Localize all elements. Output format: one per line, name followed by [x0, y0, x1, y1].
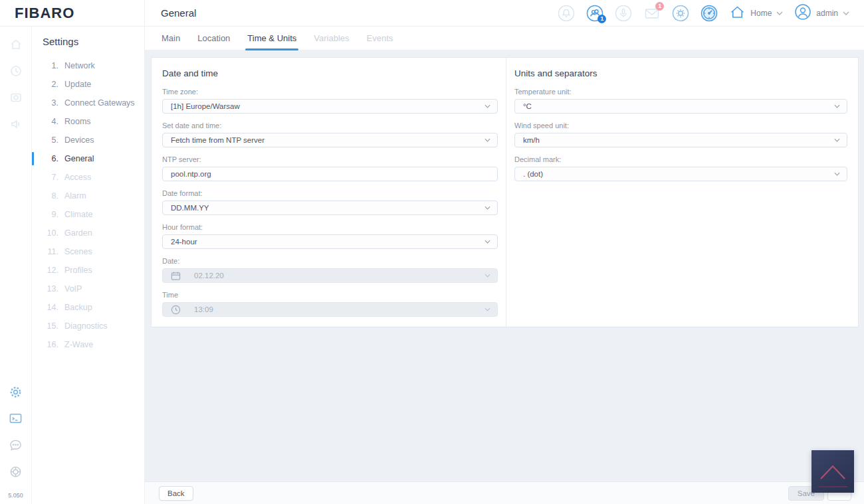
avatar-icon [794, 3, 811, 23]
sidebar-item-general[interactable]: 6.General [32, 149, 144, 168]
corner-widget[interactable] [811, 450, 854, 493]
sidebar-item-devices[interactable]: 5.Devices [32, 131, 144, 149]
volume-rail-icon[interactable] [9, 117, 23, 131]
field-temperature-unit: Temperature unit: °C [514, 88, 847, 114]
field-date-format: Date format: DD.MM.YY [162, 189, 498, 215]
user-menu[interactable]: admin [794, 3, 849, 23]
clock-rail-icon[interactable] [9, 64, 23, 78]
sidebar-item-voip[interactable]: 13.VoIP [32, 280, 144, 298]
home-icon [729, 4, 746, 23]
display-settings-icon[interactable] [672, 5, 689, 22]
home-label: Home [750, 9, 772, 18]
tab-bar: Main Location Time & Units Variables Eve… [145, 27, 864, 50]
chevron-down-icon [776, 11, 783, 15]
clock-icon [171, 305, 181, 315]
main-column: General 1 1 [144, 0, 864, 504]
field-wind-speed-unit: Wind speed unit: km/h [514, 122, 847, 147]
page-title: General [161, 7, 196, 19]
topbar: General 1 1 [145, 0, 864, 27]
sidebar-item-update[interactable]: 2.Update [32, 75, 144, 94]
field-ntp-server: NTP server: pool.ntp.org [162, 155, 498, 181]
sidebar-item-garden[interactable]: 10.Garden [32, 224, 144, 242]
roof-chevron-icon [811, 450, 854, 493]
chevron-down-icon [834, 104, 840, 108]
decimal-mark-select[interactable]: . (dot) [514, 167, 847, 181]
sidebar-item-backup[interactable]: 14.Backup [32, 298, 144, 317]
tab-variables[interactable]: Variables [314, 33, 349, 50]
logo-row: FIBARO [0, 0, 144, 27]
user-label: admin [816, 9, 838, 18]
sidebar-item-alarm[interactable]: 8.Alarm [32, 187, 144, 205]
sidebar-item-climate[interactable]: 9.Climate [32, 205, 144, 224]
sidebar-item-rooms[interactable]: 4.Rooms [32, 112, 144, 131]
gauge-icon[interactable] [701, 5, 718, 22]
tab-location[interactable]: Location [197, 33, 230, 50]
tab-time-units[interactable]: Time & Units [247, 33, 296, 50]
users-icon[interactable]: 1 [586, 5, 603, 22]
chevron-down-icon [843, 11, 849, 15]
set-date-time-select[interactable]: Fetch time from NTP server [162, 133, 498, 147]
field-date: Date: 02.12.20 [162, 257, 498, 283]
sidebar-item-scenes[interactable]: 11.Scenes [32, 242, 144, 261]
field-hour-format: Hour format: 24-hour [162, 223, 498, 249]
mail-icon[interactable]: 1 [643, 5, 661, 22]
chevron-down-icon [834, 138, 840, 142]
terminal-icon[interactable] [9, 411, 23, 426]
sidebar-item-diagnostics[interactable]: 15.Diagnostics [32, 317, 144, 335]
chevron-down-icon [834, 172, 840, 176]
field-timezone: Time zone: [1h] Europe/Warsaw [162, 88, 498, 114]
content-area: Date and time Time zone: [1h] Europe/War… [145, 50, 864, 481]
hour-format-select[interactable]: 24-hour [162, 234, 498, 249]
chevron-down-icon [485, 138, 490, 142]
sidebar-item-zwave[interactable]: 16.Z-Wave [32, 335, 144, 354]
home-selector[interactable]: Home [729, 4, 783, 23]
tab-main[interactable]: Main [162, 33, 180, 50]
app-root: FIBARO [0, 0, 864, 504]
support-icon[interactable] [9, 464, 23, 479]
field-time: Time 13:09 [162, 291, 498, 317]
settings-sidebar: Settings 1.Network 2.Update 3.Connect Ga… [32, 27, 144, 504]
chevron-down-icon [485, 307, 490, 311]
gear-icon[interactable] [9, 384, 23, 399]
ntp-server-input[interactable]: pool.ntp.org [162, 167, 498, 181]
wind-speed-unit-select[interactable]: km/h [514, 133, 847, 147]
chevron-down-icon [485, 104, 490, 108]
version-label: 5.050 [8, 492, 23, 499]
camera-rail-icon[interactable] [9, 90, 23, 105]
temperature-unit-select[interactable]: °C [514, 99, 847, 114]
icon-rail: 5.050 [0, 27, 32, 504]
sidebar-item-connect-gateways[interactable]: 3.Connect Gateways [32, 94, 144, 112]
date-picker[interactable]: 02.12.20 [162, 268, 498, 283]
tab-events[interactable]: Events [367, 33, 393, 50]
left-column: FIBARO [0, 0, 144, 504]
sidebar-item-network[interactable]: 1.Network [32, 56, 144, 75]
sidebar-item-access[interactable]: 7.Access [32, 168, 144, 187]
section-title-date-time: Date and time [162, 68, 498, 78]
mail-badge: 1 [655, 2, 664, 11]
chevron-down-icon [485, 206, 490, 210]
calendar-icon [171, 271, 181, 281]
alarm-bell-icon[interactable] [558, 5, 575, 22]
microphone-icon[interactable] [615, 5, 632, 22]
users-badge: 1 [597, 15, 606, 23]
sidebar-title: Settings [32, 36, 144, 47]
footer-bar: Back Save [145, 481, 864, 504]
home-rail-icon[interactable] [9, 37, 23, 52]
fibaro-logo: FIBARO [15, 5, 74, 22]
chevron-down-icon [485, 274, 490, 278]
timezone-select[interactable]: [1h] Europe/Warsaw [162, 99, 498, 114]
field-decimal-mark: Decimal mark: . (dot) [514, 155, 847, 181]
back-button[interactable]: Back [159, 486, 193, 501]
sidebar-item-profiles[interactable]: 12.Profiles [32, 261, 144, 280]
units-section: Units and separators Temperature unit: °… [506, 58, 858, 327]
date-format-select[interactable]: DD.MM.YY [162, 201, 498, 215]
chevron-down-icon [485, 240, 490, 244]
settings-card: Date and time Time zone: [1h] Europe/War… [151, 57, 859, 327]
settings-list: 1.Network 2.Update 3.Connect Gateways 4.… [32, 56, 144, 354]
topbar-actions: 1 1 Home [558, 3, 849, 23]
chat-icon[interactable] [9, 438, 23, 452]
section-title-units: Units and separators [514, 68, 847, 78]
field-set-date-time: Set date and time: Fetch time from NTP s… [162, 122, 498, 147]
date-time-section: Date and time Time zone: [1h] Europe/War… [152, 58, 506, 327]
time-picker[interactable]: 13:09 [162, 302, 498, 317]
